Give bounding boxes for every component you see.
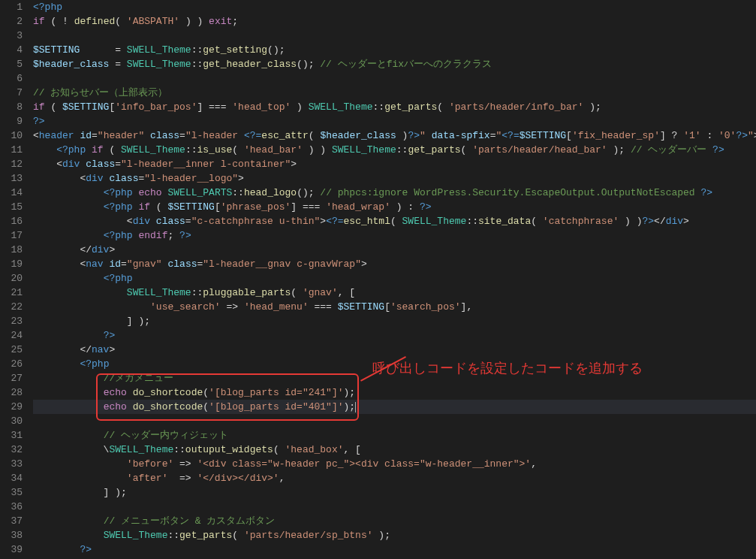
token-type: SWELL_Theme xyxy=(127,44,191,56)
token-punc: = xyxy=(80,44,126,56)
code-line[interactable]: ?> xyxy=(33,114,756,128)
code-line[interactable]: echo do_shortcode('[blog_parts id="401"]… xyxy=(33,400,756,414)
code-line[interactable]: // ヘッダー内ウィジェット xyxy=(33,428,756,443)
line-number: 22 xyxy=(0,300,23,314)
token-punc: < xyxy=(33,173,86,184)
token-kw: endif xyxy=(138,230,167,241)
token-var: $header_class xyxy=(33,59,109,70)
token-punc: , xyxy=(279,473,285,484)
code-line[interactable] xyxy=(33,71,756,86)
token-type: SWELL_Theme xyxy=(309,101,373,113)
code-line[interactable]: </nav> xyxy=(33,343,756,357)
code-line[interactable]: $SETTING = SWELL_Theme::get_setting(); xyxy=(33,43,756,57)
code-area[interactable]: <?phpif ( ! defined( 'ABSPATH' ) ) exit;… xyxy=(32,0,756,559)
token-kw: echo xyxy=(138,187,161,198)
code-line[interactable]: <header id="header" class="l-header <?=e… xyxy=(33,128,756,143)
code-line[interactable]: if ( $SETTING['info_bar_pos'] === 'head_… xyxy=(33,100,756,114)
code-line[interactable]: SWELL_Theme::pluggable_parts( 'gnav', [ xyxy=(33,286,756,300)
code-line[interactable]: ] ); xyxy=(33,485,756,500)
code-line[interactable]: 'before' => '<div class="w-header pc_"><… xyxy=(33,457,756,471)
code-line[interactable] xyxy=(33,414,756,428)
token-kw: if xyxy=(138,201,150,213)
line-number: 15 xyxy=(0,200,23,214)
token-punc xyxy=(127,401,133,412)
token-str: 'parts/header/head_bar' xyxy=(472,144,607,156)
code-line[interactable]: // メニューボタン & カスタムボタン xyxy=(33,514,756,528)
code-line[interactable]: $header_class = SWELL_Theme::get_header_… xyxy=(33,57,756,71)
token-type: SWELL_PARTS xyxy=(167,187,232,198)
token-kwblue: ?> xyxy=(179,230,191,241)
code-line[interactable]: <?php endif; ?> xyxy=(33,228,756,243)
token-punc: :: xyxy=(396,144,408,156)
code-line[interactable]: </div> xyxy=(33,243,756,257)
token-punc xyxy=(33,330,104,341)
token-punc: :: xyxy=(185,144,197,156)
token-type: SWELL_Theme xyxy=(109,444,173,455)
code-line[interactable]: 'after' => '</div></div>', xyxy=(33,471,756,485)
token-punc: [ xyxy=(215,201,221,213)
token-punc: => xyxy=(173,458,197,470)
token-var: class xyxy=(109,173,138,184)
code-line[interactable]: ] ); xyxy=(33,314,756,328)
token-punc: > xyxy=(109,244,115,255)
token-punc: [ xyxy=(566,130,572,141)
token-type: SWELL_Theme xyxy=(127,287,191,298)
token-punc xyxy=(33,544,80,555)
code-line[interactable] xyxy=(33,500,756,514)
code-line[interactable]: <div class="c-catchphrase u-thin"><?=esc… xyxy=(33,214,756,228)
token-punc: ) xyxy=(396,130,408,141)
token-str: '0' xyxy=(718,130,736,141)
code-line[interactable]: \SWELL_Theme::outuput_widgets( 'head_box… xyxy=(33,443,756,457)
line-number: 33 xyxy=(0,457,23,471)
token-fn: head_logo xyxy=(244,187,297,198)
line-number: 12 xyxy=(0,157,23,171)
code-line[interactable] xyxy=(33,29,756,43)
code-line[interactable]: <?php echo SWELL_PARTS::head_logo(); // … xyxy=(33,186,756,200)
code-line[interactable]: <?php if ( SWELL_Theme::is_use( 'head_ba… xyxy=(33,143,756,157)
token-var: data-spfix xyxy=(432,130,490,141)
token-punc xyxy=(33,201,104,213)
token-punc: ( xyxy=(461,144,473,156)
token-punc: ) ) xyxy=(179,16,209,27)
token-kwblue: ?> xyxy=(736,130,748,141)
token-punc: < xyxy=(33,258,86,270)
code-line[interactable]: ?> xyxy=(33,542,756,557)
code-line[interactable]: <div class="l-header__logo"> xyxy=(33,171,756,186)
token-kwblue: <?php xyxy=(104,201,133,213)
code-line[interactable]: echo do_shortcode('[blog_parts id="241"]… xyxy=(33,385,756,400)
token-punc: :: xyxy=(466,216,478,227)
token-str: '1' xyxy=(683,130,700,141)
line-number: 32 xyxy=(0,443,23,457)
token-punc: ( xyxy=(203,401,209,412)
token-punc: > xyxy=(361,258,367,270)
token-cmt: // ヘッダー内ウィジェット xyxy=(104,430,228,441)
code-line[interactable]: <div class="l-header__inner l-container"… xyxy=(33,157,756,171)
code-editor[interactable]: 1234567891011121314151617181920212223242… xyxy=(0,0,756,559)
token-punc: :: xyxy=(373,101,385,113)
token-var: $SETTING xyxy=(33,44,80,56)
token-fn: do_shortcode xyxy=(133,387,203,398)
token-fn: esc_html xyxy=(344,216,390,227)
code-line[interactable]: if ( ! defined( 'ABSPATH' ) ) exit; xyxy=(33,14,756,29)
token-punc: ( xyxy=(531,216,543,227)
line-number: 37 xyxy=(0,514,23,528)
token-punc: ( xyxy=(390,216,402,227)
token-kwblue: ?> xyxy=(712,144,724,156)
token-punc: = xyxy=(121,258,127,270)
token-fn: get_parts xyxy=(384,101,437,113)
code-line[interactable]: <nav id="gnav" class="l-header__gnav c-g… xyxy=(33,257,756,271)
token-cmt: // phpcs:ignore WordPress.Security.Escap… xyxy=(320,187,694,198)
token-str: 'fix_header_sp' xyxy=(572,130,660,141)
code-line[interactable]: SWELL_Theme::get_parts( 'parts/header/sp… xyxy=(33,528,756,542)
token-var: class xyxy=(150,130,179,141)
code-line[interactable]: 'use_search' => 'head_menu' === $SETTING… xyxy=(33,300,756,314)
code-line[interactable]: ?> xyxy=(33,328,756,343)
code-line[interactable]: <?php xyxy=(33,271,756,286)
token-punc xyxy=(33,301,150,313)
code-line[interactable]: <?php xyxy=(33,0,756,14)
code-line[interactable]: // お知らせバー（上部表示） xyxy=(33,86,756,100)
token-str: 'parts/header/info_bar' xyxy=(449,101,583,113)
token-kwblue: ?> xyxy=(408,130,420,141)
token-punc xyxy=(86,144,92,156)
code-line[interactable]: <?php if ( $SETTING['phrase_pos'] === 'h… xyxy=(33,200,756,214)
